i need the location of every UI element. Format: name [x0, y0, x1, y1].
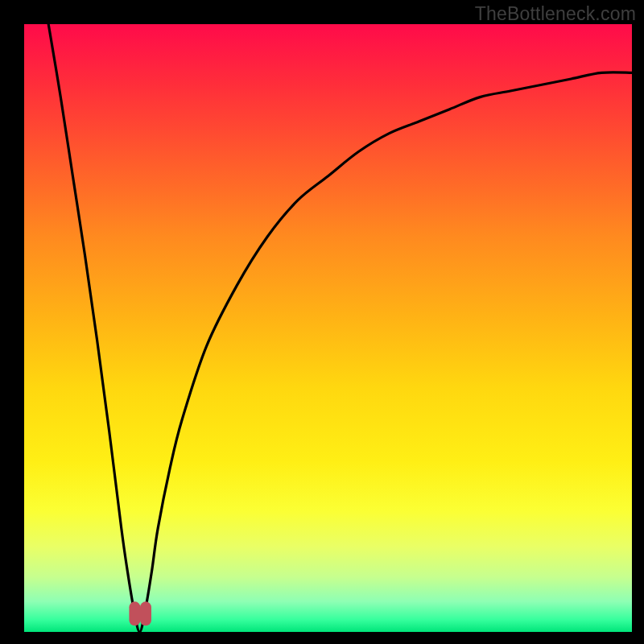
bottom-frame-mask: [0, 632, 644, 644]
watermark-text: TheBottleneck.com: [475, 3, 636, 25]
curve-layer: [24, 24, 632, 632]
optimal-marker-1: [140, 601, 151, 625]
plot-area: [24, 24, 632, 632]
chart-frame: TheBottleneck.com: [0, 0, 644, 644]
bottleneck-curve: [48, 24, 632, 632]
optimal-marker-0: [129, 601, 140, 625]
optimal-markers: [129, 601, 151, 625]
